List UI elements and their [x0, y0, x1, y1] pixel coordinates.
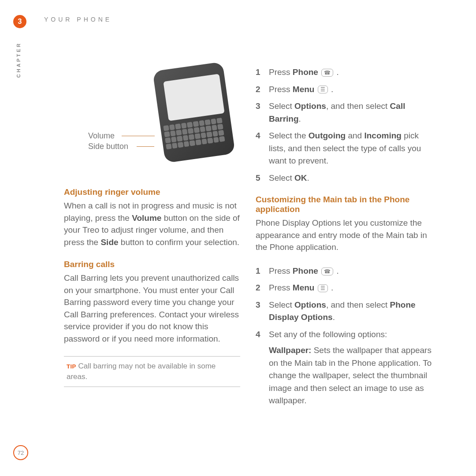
- step: Select Options, and then select Phone Di…: [256, 299, 432, 324]
- tip-box: TIP Call barring may not be available in…: [64, 356, 240, 387]
- steps-phone-display: Press Phone . Press Menu . Select Option…: [256, 265, 432, 407]
- phone-key-icon: [321, 268, 333, 275]
- step: Select the Outgoing and Incoming pick li…: [256, 130, 432, 167]
- chapter-number-badge: 3: [13, 15, 26, 28]
- page-number: 72: [13, 445, 28, 460]
- heading-customizing-main-tab: Customizing the Main tab in the Phone ap…: [256, 195, 432, 214]
- tip-text: Call barring may not be available in som…: [67, 362, 216, 381]
- step: Press Phone .: [256, 265, 432, 278]
- heading-barring-calls: Barring calls: [64, 260, 240, 269]
- heading-adjusting-ringer: Adjusting ringer volume: [64, 187, 240, 197]
- step: Select Options, and then select Call Bar…: [256, 100, 432, 125]
- para-phone-display-options: Phone Display Options let you customize …: [256, 217, 432, 253]
- menu-key-icon: [318, 284, 328, 292]
- step: Press Menu .: [256, 83, 432, 96]
- phone-key-icon: [321, 69, 333, 77]
- para-adjusting-ringer: When a call is not in progress and music…: [64, 200, 240, 248]
- step: Select OK.: [256, 172, 432, 185]
- step: Press Menu .: [256, 282, 432, 294]
- callout-side-button: Side button: [88, 142, 128, 151]
- step: Press Phone .: [256, 66, 432, 79]
- device-diagram: Volume Side button: [88, 66, 229, 167]
- callout-volume: Volume: [88, 131, 115, 141]
- right-column: Press Phone . Press Menu . Select Option…: [256, 66, 432, 418]
- running-header: YOUR PHONE: [44, 16, 112, 23]
- device-illustration: [159, 66, 229, 159]
- tip-label: TIP: [67, 363, 76, 370]
- chapter-vertical-label: CHAPTER: [16, 42, 21, 78]
- step-subitem: Wallpaper: Sets the wallpaper that appea…: [269, 344, 432, 407]
- menu-key-icon: [318, 86, 328, 93]
- left-column: Adjusting ringer volume When a call is n…: [64, 187, 240, 387]
- steps-call-barring: Press Phone . Press Menu . Select Option…: [256, 66, 432, 184]
- para-barring-calls: Call Barring lets you prevent unauthoriz…: [64, 272, 240, 345]
- step: Set any of the following options: Wallpa…: [256, 328, 432, 407]
